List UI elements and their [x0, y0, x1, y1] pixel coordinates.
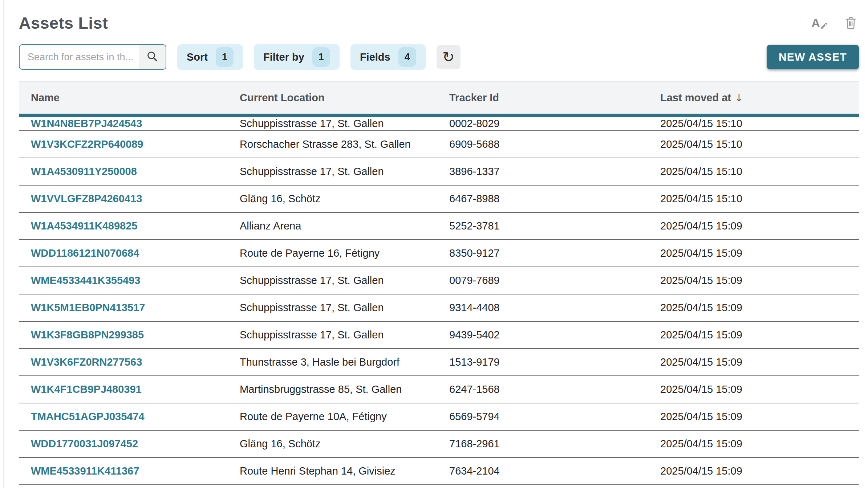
asset-name-link[interactable]: W1A4530911Y250008 — [31, 166, 137, 177]
table-row[interactable]: WDD1770031J097452 Gläng 16, Schötz 7168-… — [19, 431, 859, 458]
tracker-id-cell: 6569-5794 — [437, 411, 648, 423]
filter-by-label: Filter by — [263, 51, 304, 63]
last-moved-at-cell: 2025/04/15 15:10 — [648, 193, 859, 205]
delete-list-button[interactable] — [845, 16, 857, 31]
current-location-cell: Martinsbruggstrasse 85, St. Gallen — [228, 383, 437, 395]
name-cell: W1K5M1EB0PN413517 — [19, 302, 228, 314]
tracker-id-cell: 7168-2961 — [437, 438, 648, 450]
table-row[interactable]: WME4533911K411367 Route Henri Stephan 14… — [19, 458, 859, 485]
search-button[interactable] — [139, 45, 166, 69]
last-moved-at-label: Last moved at — [660, 92, 731, 103]
table-row[interactable]: W1N4N8EB7PJ424543 Schuppisstrasse 17, St… — [19, 117, 859, 131]
tracker-id-cell: 9314-4408 — [437, 302, 648, 314]
refresh-icon: ↻ — [442, 50, 455, 64]
table-row[interactable]: W1K3F8GB8PN299385 Schuppisstrasse 17, St… — [19, 322, 859, 349]
name-cell: W1VVLGFZ8P4260413 — [19, 193, 228, 205]
column-header-tracker-id[interactable]: Tracker Id — [437, 92, 648, 104]
tracker-id-cell: 7634-2104 — [437, 465, 648, 477]
name-cell: TMAHC51AGPJ035474 — [19, 411, 228, 423]
search-input[interactable] — [20, 45, 139, 69]
table-row[interactable]: W1V3KCFZ2RP640089 Rorschacher Strasse 28… — [19, 131, 859, 158]
last-moved-at-cell: 2025/04/15 15:09 — [648, 247, 859, 259]
filter-count-badge: 1 — [312, 47, 330, 67]
last-moved-at-cell: 2025/04/15 15:09 — [648, 411, 859, 423]
table-row[interactable]: WDD1186121N070684 Route de Payerne 16, F… — [19, 240, 859, 267]
current-location-cell: Route de Payerne 16, Fétigny — [228, 247, 437, 259]
asset-name-link[interactable]: TMAHC51AGPJ035474 — [31, 411, 145, 422]
fields-button[interactable]: Fields 4 — [350, 44, 426, 70]
fields-label: Fields — [360, 51, 390, 63]
last-moved-at-cell: 2025/04/15 15:09 — [648, 438, 859, 450]
sort-desc-icon: ↓ — [735, 92, 743, 104]
tracker-id-cell: 8350-9127 — [437, 247, 648, 259]
asset-name-link[interactable]: W1A4534911K489825 — [31, 220, 137, 232]
table-header: Name Current Location Tracker Id Last mo… — [19, 81, 859, 114]
name-cell: W1N4N8EB7PJ424543 — [19, 118, 228, 130]
title-row: Assets List A — [19, 14, 859, 33]
name-cell: W1V3K6FZ0RN277563 — [19, 356, 228, 368]
current-location-cell: Rorschacher Strasse 283, St. Gallen — [228, 138, 437, 150]
filter-by-button[interactable]: Filter by 1 — [254, 44, 340, 70]
column-header-name[interactable]: Name — [19, 92, 228, 104]
name-cell: W1K3F8GB8PN299385 — [19, 329, 228, 341]
table-row[interactable]: TMAHC51AGPJ035474 Route de Payerne 10A, … — [19, 403, 859, 431]
current-location-cell: Schuppisstrasse 17, St. Gallen — [228, 302, 437, 314]
last-moved-at-cell: 2025/04/15 15:10 — [648, 138, 859, 150]
asset-name-link[interactable]: W1VVLGFZ8P4260413 — [31, 193, 142, 204]
assets-table: Name Current Location Tracker Id Last mo… — [19, 81, 859, 485]
tracker-id-cell: 6909-5688 — [437, 138, 648, 150]
table-row[interactable]: W1K5M1EB0PN413517 Schuppisstrasse 17, St… — [19, 294, 859, 322]
tracker-id-cell: 6247-1568 — [437, 383, 648, 395]
asset-name-link[interactable]: W1K5M1EB0PN413517 — [31, 302, 145, 313]
table-row[interactable]: W1V3K6FZ0RN277563 Thunstrasse 3, Hasle b… — [19, 349, 859, 376]
tracker-id-cell: 9439-5402 — [437, 329, 648, 341]
tracker-id-cell: 5252-3781 — [437, 220, 648, 232]
search-box — [19, 44, 166, 70]
tracker-id-cell: 0002-8029 — [437, 118, 648, 130]
assets-content: Assets List A — [19, 0, 859, 485]
rename-list-button[interactable]: A — [811, 15, 828, 31]
asset-name-link[interactable]: WME4533441K355493 — [31, 274, 140, 286]
current-location-cell: Schuppisstrasse 17, St. Gallen — [228, 118, 437, 130]
asset-name-link[interactable]: W1K4F1CB9PJ480391 — [31, 383, 142, 395]
tracker-id-cell: 1513-9179 — [437, 356, 648, 368]
table-row[interactable]: WME4533441K355493 Schuppisstrasse 17, St… — [19, 267, 859, 294]
fields-count-badge: 4 — [398, 47, 416, 67]
column-header-current-location[interactable]: Current Location — [228, 92, 437, 104]
last-moved-at-cell: 2025/04/15 15:10 — [648, 166, 859, 178]
asset-name-link[interactable]: W1V3K6FZ0RN277563 — [31, 356, 142, 368]
list-actions: A — [811, 15, 859, 31]
new-asset-button[interactable]: NEW ASSET — [767, 45, 859, 69]
sort-count-badge: 1 — [216, 47, 234, 67]
current-location-cell: Gläng 16, Schötz — [228, 438, 437, 450]
name-cell: W1A4530911Y250008 — [19, 166, 228, 178]
current-location-cell: Route Henri Stephan 14, Givisiez — [228, 465, 437, 477]
last-moved-at-cell: 2025/04/15 15:09 — [648, 329, 859, 341]
name-cell: W1A4534911K489825 — [19, 220, 228, 232]
page-title: Assets List — [19, 14, 108, 33]
refresh-button[interactable]: ↻ — [437, 45, 461, 69]
table-row[interactable]: W1VVLGFZ8P4260413 Gläng 16, Schötz 6467-… — [19, 186, 859, 213]
asset-name-link[interactable]: WME4533911K411367 — [31, 465, 139, 477]
asset-name-link[interactable]: W1N4N8EB7PJ424543 — [31, 118, 142, 129]
tracker-id-cell: 6467-8988 — [437, 193, 648, 205]
column-header-last-moved-at[interactable]: Last moved at↓ — [648, 92, 859, 104]
asset-name-link[interactable]: WDD1770031J097452 — [31, 438, 138, 450]
table-row[interactable]: W1K4F1CB9PJ480391 Martinsbruggstrasse 85… — [19, 376, 859, 403]
assets-page: Assets List A — [0, 0, 868, 488]
current-location-cell: Allianz Arena — [228, 220, 437, 232]
table-row[interactable]: W1A4530911Y250008 Schuppisstrasse 17, St… — [19, 158, 859, 186]
name-cell: W1K4F1CB9PJ480391 — [19, 383, 228, 395]
name-cell: WDD1770031J097452 — [19, 438, 228, 450]
last-moved-at-cell: 2025/04/15 15:09 — [648, 302, 859, 314]
current-location-cell: Route de Payerne 10A, Fétigny — [228, 411, 437, 423]
asset-name-link[interactable]: W1K3F8GB8PN299385 — [31, 329, 144, 341]
table-row[interactable]: W1A4534911K489825 Allianz Arena 5252-378… — [19, 213, 859, 240]
pencil-icon — [820, 22, 828, 31]
last-moved-at-cell: 2025/04/15 15:10 — [648, 118, 859, 130]
sort-button[interactable]: Sort 1 — [177, 44, 243, 70]
asset-name-link[interactable]: WDD1186121N070684 — [31, 247, 139, 259]
toolbar: Sort 1 Filter by 1 Fields 4 ↻ NEW ASSET — [19, 44, 859, 70]
asset-name-link[interactable]: W1V3KCFZ2RP640089 — [31, 138, 143, 150]
current-location-cell: Thunstrasse 3, Hasle bei Burgdorf — [228, 356, 437, 368]
